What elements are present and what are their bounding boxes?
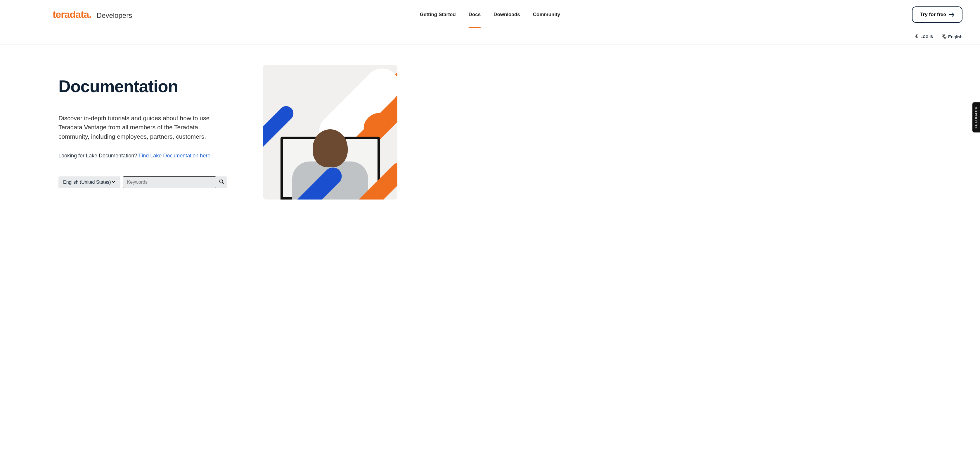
arrow-right-icon xyxy=(949,13,954,17)
decor-person xyxy=(313,129,348,167)
page-title: Documentation xyxy=(59,77,245,96)
hero-left: Documentation Discover in-depth tutorial… xyxy=(59,77,245,188)
try-for-free-button[interactable]: Try for free xyxy=(912,6,963,23)
log-in-icon xyxy=(915,34,919,39)
nav-getting-started[interactable]: Getting Started xyxy=(420,10,456,20)
log-in-button[interactable]: LOG IN xyxy=(915,34,933,39)
nav-right: Try for free xyxy=(912,6,963,23)
lake-docs-prompt: Looking for Lake Documentation? xyxy=(59,153,138,158)
svg-point-2 xyxy=(220,180,223,183)
search-group xyxy=(123,176,227,188)
search-language-select[interactable]: English (United States) xyxy=(59,176,120,188)
brand-logo: teradata. xyxy=(52,9,91,20)
hero-description: Discover in-depth tutorials and guides a… xyxy=(59,113,216,141)
top-nav: teradata. Developers Getting Started Doc… xyxy=(0,0,980,29)
search-button[interactable] xyxy=(216,176,227,188)
translate-icon xyxy=(942,34,947,40)
search-input[interactable] xyxy=(123,176,216,188)
brand[interactable]: teradata. Developers xyxy=(52,9,132,20)
search-icon xyxy=(219,179,224,185)
search-language-selected: English (United States) xyxy=(63,180,111,185)
lake-docs-link[interactable]: Find Lake Documentation here. xyxy=(138,153,212,158)
language-label: English xyxy=(948,34,963,39)
search-row: English (United States) xyxy=(59,176,245,188)
nav-downloads[interactable]: Downloads xyxy=(493,10,520,20)
lake-docs-line: Looking for Lake Documentation? Find Lak… xyxy=(59,153,245,159)
utility-bar: LOG IN English xyxy=(0,29,980,45)
nav-docs[interactable]: Docs xyxy=(469,10,481,20)
language-switcher[interactable]: English xyxy=(942,34,963,40)
nav-community[interactable]: Community xyxy=(533,10,560,20)
main-nav: Getting Started Docs Downloads Community xyxy=(420,10,560,20)
feedback-tab[interactable]: FEEDBACK xyxy=(972,102,980,133)
chevron-down-icon xyxy=(111,179,116,185)
hero: Documentation Discover in-depth tutorial… xyxy=(0,45,980,211)
log-in-label: LOG IN xyxy=(920,35,933,39)
hero-image xyxy=(263,65,398,200)
try-for-free-label: Try for free xyxy=(920,12,946,18)
brand-subtitle: Developers xyxy=(97,11,132,19)
